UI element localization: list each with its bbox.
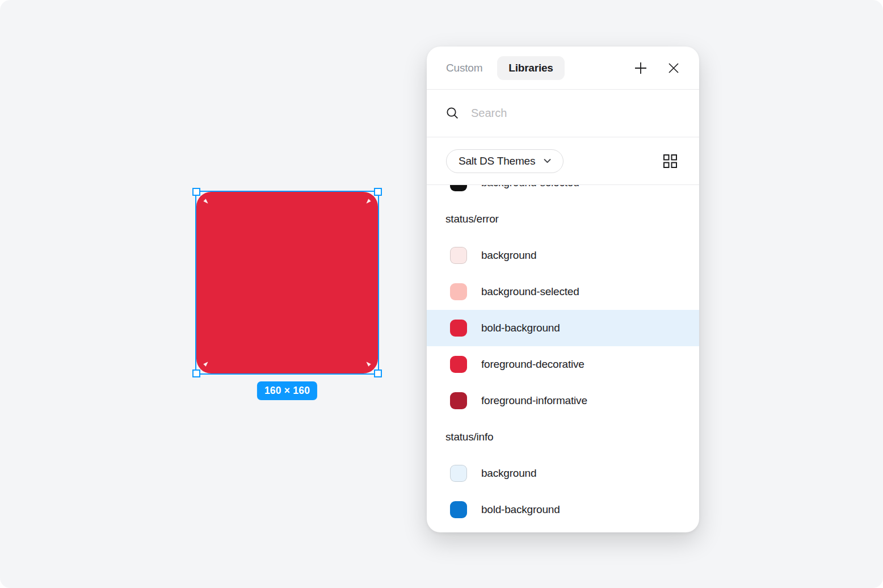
selection-handle-se[interactable] (374, 369, 382, 377)
swatch-list: background-selectedstatus/errorbackgroun… (427, 185, 699, 532)
chevron-down-icon (544, 158, 551, 163)
color-swatch (450, 465, 467, 482)
list-item-bold-background[interactable]: bold-background (427, 492, 699, 528)
grid-icon (663, 154, 678, 169)
swatch-label: background-selected (481, 285, 579, 298)
canvas-shape[interactable] (196, 192, 378, 373)
section-title: status/error (445, 213, 499, 225)
selection-handle-sw[interactable] (192, 369, 200, 377)
selection-handle-nw[interactable] (192, 188, 200, 196)
section-header: status/error (427, 201, 699, 237)
color-swatch (450, 185, 467, 191)
list-item-background[interactable]: background (427, 455, 699, 492)
color-swatch (450, 283, 467, 300)
selection-handle-ne[interactable] (374, 188, 382, 196)
list-item-foreground-decorative[interactable]: foreground-decorative (427, 346, 699, 383)
add-library-button[interactable] (631, 58, 650, 78)
dimension-badge: 160 × 160 (257, 381, 317, 400)
list-item-foreground-informative[interactable]: foreground-informative (427, 383, 699, 419)
search-icon (446, 107, 459, 120)
swatch-label: foreground-decorative (481, 358, 585, 371)
close-icon (667, 62, 680, 74)
list-item-bold-background[interactable]: bold-background (427, 310, 699, 346)
search-input[interactable] (470, 106, 680, 120)
grid-view-button[interactable] (661, 152, 680, 171)
library-dropdown-label: Salt DS Themes (459, 155, 535, 167)
list-item-background-selected[interactable]: background-selected (427, 274, 699, 310)
swatch-label: background-selected (481, 185, 579, 189)
tab-libraries[interactable]: Libraries (497, 56, 564, 80)
swatch-label: bold-background (481, 322, 560, 334)
swatch-label: foreground-informative (481, 394, 587, 407)
color-swatch (450, 320, 467, 337)
tab-custom[interactable]: Custom (446, 62, 482, 74)
list-item-background[interactable]: background (427, 237, 699, 274)
color-swatch (450, 501, 467, 518)
list-item-background-selected[interactable]: background-selected (427, 185, 699, 201)
swatch-label: background (481, 249, 536, 262)
canvas[interactable]: 160 × 160 Custom Libraries (0, 0, 883, 588)
color-swatch (450, 356, 467, 373)
close-panel-button[interactable] (664, 58, 683, 78)
section-title: status/info (445, 431, 493, 443)
library-selector-row: Salt DS Themes (427, 137, 699, 185)
color-swatch (450, 392, 467, 409)
search-bar (427, 90, 699, 137)
library-dropdown[interactable]: Salt DS Themes (446, 149, 564, 173)
swatch-label: bold-background (481, 503, 560, 516)
panel-header: Custom Libraries (427, 47, 699, 90)
section-header: status/info (427, 419, 699, 455)
plus-icon (633, 61, 648, 75)
swatch-label: background (481, 467, 536, 480)
color-swatch (450, 247, 467, 264)
libraries-panel: Custom Libraries Salt DS Themes (427, 47, 699, 532)
